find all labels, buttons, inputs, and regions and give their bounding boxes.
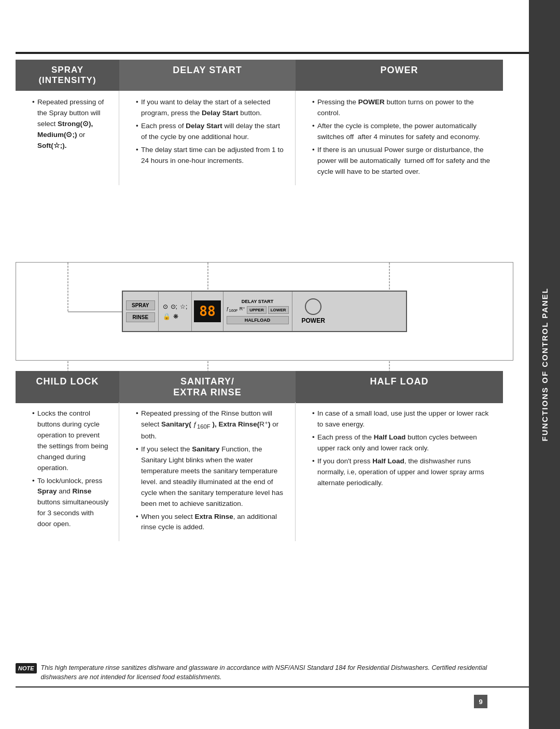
top-header-row: SPRAY (INTENSITY) DELAY START POWER bbox=[16, 60, 513, 91]
cp-power-area: POWER bbox=[292, 295, 334, 327]
cp-icon-row-bottom: 🔒 ❋ bbox=[163, 313, 188, 320]
child-bullet-2: To lock/unlock, press Spray and Rinse bu… bbox=[32, 476, 109, 530]
delay-bullet-1: If you want to delay the start of a sele… bbox=[136, 97, 286, 119]
half-bullet-3: If you don't press Half Load, the dishwa… bbox=[312, 456, 494, 489]
sanitary-content: Repeated pressing of the Rinse button wi… bbox=[119, 402, 296, 541]
bottom-divider bbox=[16, 686, 529, 687]
lock-icon: 🔒 bbox=[163, 313, 171, 320]
bottom-header-row: CHILD LOCK SANITARY/ EXTRA RINSE HALF LO… bbox=[16, 371, 513, 403]
lower-button[interactable]: LOWER bbox=[268, 306, 289, 314]
power-header: POWER bbox=[296, 60, 503, 91]
delay-content: If you want to delay the start of a sele… bbox=[119, 91, 296, 185]
spray-bullet-1: Repeated pressing of the Spray button wi… bbox=[32, 97, 109, 152]
cp-left-buttons: SPRAY RINSE bbox=[123, 292, 159, 331]
control-panel-diagram: SPRAY RINSE ⊙ ⊙; ☆; 🔒 ❋ 88 bbox=[16, 262, 513, 361]
spray-button[interactable]: SPRAY bbox=[126, 300, 155, 310]
snowflake-icon: ❋ bbox=[173, 313, 178, 320]
sanitary-bullet-1: Repeated pressing of the Rinse button wi… bbox=[136, 408, 286, 442]
cp-icon-row-top: ⊙ ⊙; ☆; bbox=[163, 303, 188, 310]
top-divider bbox=[16, 52, 529, 54]
power-content: Pressing the POWER button turns on power… bbox=[296, 91, 503, 185]
power-circle-icon[interactable] bbox=[305, 298, 321, 315]
sanitary-header: SANITARY/ EXTRA RINSE bbox=[119, 371, 296, 403]
delay-bullet-3: The delay start time can be adjusted fro… bbox=[136, 145, 286, 167]
sanitary-bullet-2: If you select the Sanitary Function, the… bbox=[136, 444, 286, 510]
power-label: POWER bbox=[302, 317, 325, 324]
child-lock-content: Locks the control buttons during cycle o… bbox=[16, 402, 119, 541]
bottom-content-row: Locks the control buttons during cycle o… bbox=[16, 402, 513, 541]
power-bullet-3: If there is an unusual Power surge or di… bbox=[312, 145, 494, 177]
circle-icon-2: ⊙; bbox=[171, 303, 177, 310]
cp-bottom-btn-row: ƒ160F R⁺ UPPER LOWER bbox=[227, 306, 289, 314]
sidebar-text: FUNCTIONS OF CONTROL PANEL bbox=[540, 287, 549, 441]
half-bullet-1: In case of a small load, use just the up… bbox=[312, 408, 494, 430]
sidebar: FUNCTIONS OF CONTROL PANEL bbox=[529, 0, 560, 729]
sanitary-bullet-3: When you select Extra Rinse, an addition… bbox=[136, 512, 286, 533]
page-number: 9 bbox=[474, 695, 487, 708]
cp-icons: ⊙ ⊙; ☆; 🔒 ❋ bbox=[159, 292, 192, 331]
spray-content: Repeated pressing of the Spray button wi… bbox=[16, 91, 119, 185]
note-label: NOTE bbox=[16, 663, 37, 674]
note-section: NOTE This high temperature rinse sanitiz… bbox=[16, 663, 513, 683]
r-plus-label: R⁺ bbox=[240, 306, 246, 314]
delay-header: DELAY START bbox=[119, 60, 296, 91]
main-content: SPRAY (INTENSITY) DELAY START POWER Repe… bbox=[0, 0, 529, 729]
child-lock-header: CHILD LOCK bbox=[16, 371, 119, 403]
cp-display: 88 bbox=[194, 300, 220, 322]
half-bullet-2: Each press of the Half Load button cycle… bbox=[312, 432, 494, 454]
temp-label: ƒ160F bbox=[227, 306, 238, 314]
spray-header: SPRAY (INTENSITY) bbox=[16, 60, 119, 91]
circle-icon-1: ⊙ bbox=[163, 303, 168, 310]
half-load-header: HALF LOAD bbox=[296, 371, 503, 403]
cp-panel: SPRAY RINSE ⊙ ⊙; ☆; 🔒 ❋ 88 bbox=[122, 291, 407, 332]
delay-start-label: DELAY START bbox=[227, 299, 289, 304]
cp-right-buttons: DELAY START ƒ160F R⁺ UPPER LOWER HALFLOA… bbox=[223, 292, 292, 331]
rinse-button[interactable]: RINSE bbox=[126, 312, 155, 322]
half-load-content: In case of a small load, use just the up… bbox=[296, 402, 503, 541]
top-content-row: Repeated pressing of the Spray button wi… bbox=[16, 91, 513, 185]
child-bullet-1: Locks the control buttons during cycle o… bbox=[32, 408, 109, 474]
upper-button[interactable]: UPPER bbox=[247, 306, 267, 314]
power-bullet-2: After the cycle is complete, the power a… bbox=[312, 121, 494, 143]
control-panel-box: SPRAY RINSE ⊙ ⊙; ☆; 🔒 ❋ 88 bbox=[122, 291, 407, 332]
power-bullet-1: Pressing the POWER button turns on power… bbox=[312, 97, 494, 119]
halfload-button[interactable]: HALFLOAD bbox=[227, 316, 289, 324]
note-text: This high temperature rinse sanitizes di… bbox=[41, 663, 513, 683]
delay-bullet-2: Each press of Delay Start will delay the… bbox=[136, 121, 286, 143]
star-icon: ☆; bbox=[180, 303, 187, 310]
